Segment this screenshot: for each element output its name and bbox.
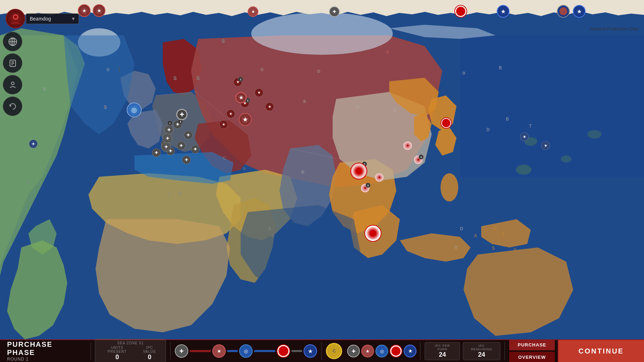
territory-value: D [487, 127, 490, 132]
territory-value: C [27, 180, 30, 185]
separator4 [420, 342, 420, 360]
phase-round: ROUND 1 [7, 357, 82, 362]
ipc-remaining-value: 24 [467, 351, 496, 358]
turn-nation-usa[interactable]: ★ [304, 344, 317, 358]
sidebar-btn-person[interactable] [3, 75, 22, 94]
unit-token[interactable]: ★ 2 [234, 78, 242, 86]
prod-ussr: ★ [248, 6, 258, 17]
territory-value: ② [317, 69, 321, 74]
territory-marker: S [222, 38, 225, 44]
purchase-button[interactable]: PURCHASE [509, 339, 555, 350]
sidebar-btn-globe[interactable] [3, 32, 22, 51]
nation-turn-ussr2[interactable]: ★ [93, 4, 105, 17]
player-avatar [6, 9, 25, 28]
unit-token[interactable]: ✚ [191, 145, 200, 153]
territory-value: ① [356, 104, 360, 109]
player-dropdown[interactable]: Beamdog ▼ [26, 13, 79, 24]
territory-marker: S [196, 75, 200, 81]
territory-value: T [455, 246, 457, 251]
svg-point-2 [441, 173, 458, 202]
turn-nation-japan[interactable] [277, 344, 290, 358]
svg-point-19 [11, 82, 14, 85]
japan-sun [350, 163, 367, 180]
unit-token[interactable]: ✚ [177, 141, 185, 150]
unit-token[interactable]: ✚ 4 [173, 120, 182, 129]
sidebar-btn-notes[interactable] [3, 53, 22, 73]
sidebar-btn-sync[interactable] [3, 97, 22, 116]
top-bar: Beamdog ▼ ★ ★ 2 4 6 8 10 12 14 [0, 0, 644, 24]
all-nation-japan[interactable] [390, 345, 402, 357]
sea-zone-label: SEA ZONE 51 [101, 341, 160, 345]
all-nations-row: ✚ ★ ◎ ★ [347, 345, 416, 357]
unit-stack-germany[interactable]: ✚ ✚ ✚ 4 [161, 122, 171, 152]
all-nation-uk[interactable]: ◎ [375, 345, 388, 357]
action-buttons: PURCHASE OVERVIEW [509, 339, 555, 362]
prod-germany: ✚ [329, 6, 340, 17]
uk-territory-marker[interactable]: ◎ [127, 103, 142, 117]
territory-value: ① [106, 67, 110, 72]
all-nation-ussr[interactable]: ★ [361, 345, 374, 357]
territory-ipc: I [119, 66, 120, 74]
phase-title: PURCHASE PHASE [7, 340, 82, 357]
unit-token[interactable]: ☀ 3 [414, 156, 422, 164]
all-nation-usa[interactable]: ★ [404, 345, 416, 357]
ipc-info: IPC PER TURN 24 IPC REMAINING 24 [425, 342, 500, 360]
turn-bar-uk [254, 350, 275, 352]
ussr-star: ★ [239, 113, 252, 126]
japan-sun2 [364, 225, 381, 242]
unit-token[interactable]: ☀ [375, 173, 384, 182]
ussr-capital: ★ [235, 92, 247, 103]
ipc-per-turn-box: IPC PER TURN 24 [425, 342, 460, 360]
unit-token[interactable]: ★ [520, 133, 529, 141]
territory-value: A [268, 226, 271, 231]
unit-token[interactable]: ☀ 2 [361, 184, 369, 192]
territory-value: ① [393, 108, 397, 113]
ipc-remaining-label: IPC REMAINING [467, 344, 496, 351]
territory-value: ② [303, 99, 306, 104]
territory-value: T [529, 124, 531, 129]
territory-value: ② [386, 49, 390, 54]
units-present-label: UNITS PRESENT [101, 346, 133, 354]
map-svg [0, 0, 644, 339]
territory-value: C [223, 156, 226, 160]
production-chart-label: National Production Chart [590, 27, 639, 31]
germany-capital: ✚ [176, 109, 188, 120]
territory-value: ② [301, 170, 305, 175]
turn-nation-germany[interactable]: ✚ [175, 344, 188, 358]
ipc-remaining-box: IPC REMAINING 24 [463, 342, 500, 360]
svg-point-10 [14, 16, 17, 18]
territory-value: C [494, 226, 497, 231]
prod-japan [454, 5, 467, 18]
unit-token[interactable]: ★ [541, 141, 550, 150]
territory-value: T [168, 193, 171, 198]
prod-usa2: ★ [573, 5, 586, 18]
unit-token[interactable]: ★ [29, 140, 38, 148]
units-present-value: 0 [101, 354, 133, 361]
overview-button[interactable]: OVERVIEW [509, 352, 555, 362]
separator3 [321, 342, 322, 360]
unit-token[interactable]: ★ [265, 103, 274, 111]
bottom-bar: PURCHASE PHASE ROUND 1 SEA ZONE 51 UNITS… [0, 339, 644, 362]
separator2 [170, 342, 171, 360]
phase-label: PURCHASE PHASE ROUND 1 [0, 340, 89, 362]
turn-nation-ussr[interactable]: ★ [212, 344, 226, 358]
unit-token[interactable]: ✚ [184, 131, 192, 139]
unit-token[interactable]: ✚ [152, 148, 161, 157]
territory-value: S [492, 246, 495, 251]
unit-token[interactable]: ★ [255, 88, 263, 97]
unit-token[interactable]: ★ [219, 120, 228, 129]
prod-usa: ★ [497, 5, 510, 18]
sea-zone-info: SEA ZONE 51 UNITS PRESENT 0 IPC VALUE 0 [95, 339, 166, 362]
nation-turn-ussr[interactable]: ★ [78, 4, 91, 17]
territory-value: A [474, 233, 477, 238]
unit-token[interactable]: ★ [226, 110, 235, 118]
turn-bar-ussr [227, 350, 238, 352]
unit-token[interactable]: ☀ [403, 141, 412, 150]
turn-nation-uk[interactable]: ◎ [239, 344, 253, 358]
sidebar [3, 32, 22, 116]
turn-track-area: ✚ ★ ◎ ★ [172, 344, 320, 358]
unit-token[interactable]: ✚ [182, 156, 191, 164]
map-container[interactable]: ✚ 4 ✚ ✚ 2 ✚ ✚ ✚ ✚ ✚ ★ 2 ★ ★ 3 ★ ★ ★ [0, 0, 644, 339]
all-nation-germany[interactable]: ✚ [347, 345, 360, 357]
continue-button[interactable]: CONTINUE [558, 340, 644, 362]
